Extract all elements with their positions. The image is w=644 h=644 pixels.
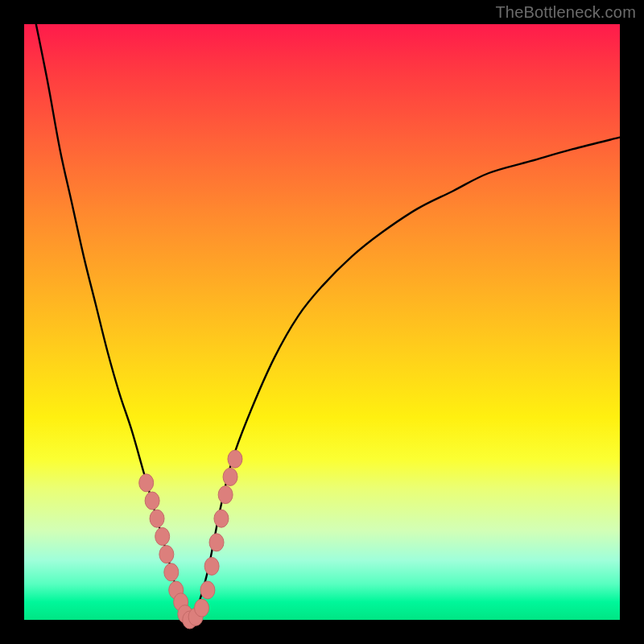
watermark-text: TheBottleneck.com	[495, 3, 636, 22]
chart-stage: TheBottleneck.com	[0, 0, 644, 644]
plot-area	[24, 24, 620, 620]
